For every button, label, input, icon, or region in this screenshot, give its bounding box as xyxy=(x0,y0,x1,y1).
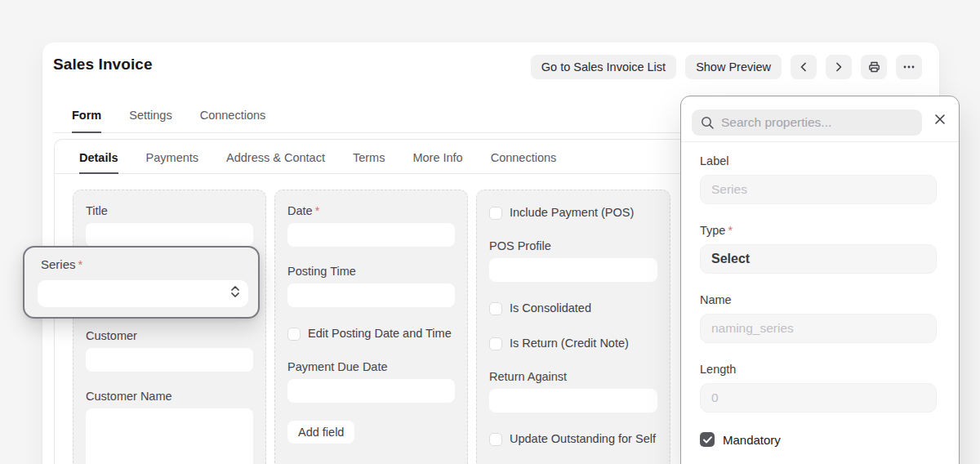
tab-form[interactable]: Form xyxy=(72,109,101,133)
search-properties-input[interactable] xyxy=(692,109,922,136)
is-consolidated-label: Is Consolidated xyxy=(510,300,591,317)
name-property-input[interactable]: naming_series xyxy=(700,314,937,343)
is-consolidated-checkbox[interactable] xyxy=(489,302,502,315)
payment-due-date-label: Payment Due Date xyxy=(287,360,455,373)
dragged-series-field[interactable]: Series* xyxy=(23,246,260,319)
customer-name-label: Customer Name xyxy=(86,390,253,403)
required-marker: * xyxy=(78,257,83,271)
return-against-input[interactable] xyxy=(489,389,657,413)
field-include-payment: Include Payment (POS) xyxy=(489,204,657,221)
field-customer: Customer xyxy=(86,329,253,372)
posting-time-label: Posting Time xyxy=(287,265,455,278)
title-input[interactable] xyxy=(86,223,253,247)
customer-label: Customer xyxy=(86,329,253,342)
next-button[interactable] xyxy=(826,55,852,79)
customer-name-input[interactable] xyxy=(86,408,253,464)
chevron-left-icon xyxy=(798,61,809,73)
is-return-label: Is Return (Credit Note) xyxy=(510,335,629,352)
printer-icon xyxy=(867,60,881,74)
tab-more-info[interactable]: More Info xyxy=(412,151,462,173)
type-property-label: Type* xyxy=(700,224,937,237)
properties-panel: Label Series Type* Select Name naming_se… xyxy=(680,96,960,464)
posting-time-input[interactable] xyxy=(287,283,455,307)
include-payment-checkbox[interactable] xyxy=(489,207,502,220)
length-property-label: Length xyxy=(700,363,937,376)
close-panel-button[interactable] xyxy=(932,112,948,128)
length-property-input[interactable]: 0 xyxy=(700,383,937,413)
field-return-against: Return Against xyxy=(489,370,657,413)
column-1: Title Customer Customer Name xyxy=(73,190,266,464)
add-field-button[interactable]: Add field xyxy=(287,421,354,444)
tab-connections-section[interactable]: Connections xyxy=(491,151,557,173)
title-label: Title xyxy=(86,204,253,217)
date-label: Date* xyxy=(287,204,455,217)
tab-terms[interactable]: Terms xyxy=(353,151,385,173)
field-is-consolidated: Is Consolidated xyxy=(489,300,657,317)
property-name: Name naming_series xyxy=(700,293,937,343)
date-input[interactable] xyxy=(287,223,455,247)
payment-due-date-input[interactable] xyxy=(287,379,455,403)
column-3: Include Payment (POS) POS Profile Is Con… xyxy=(476,190,670,464)
return-against-label: Return Against xyxy=(489,370,657,383)
go-to-sales-invoice-list-button[interactable]: Go to Sales Invoice List xyxy=(531,55,676,79)
field-payment-due-date: Payment Due Date xyxy=(287,360,455,403)
edit-posting-datetime-label: Edit Posting Date and Time xyxy=(308,325,452,342)
include-payment-label: Include Payment (POS) xyxy=(510,204,634,221)
field-edit-posting-datetime: Edit Posting Date and Time xyxy=(287,325,455,342)
property-length: Length 0 xyxy=(700,363,937,413)
field-pos-profile: POS Profile xyxy=(489,239,657,282)
field-update-outstanding: Update Outstanding for Self xyxy=(489,431,657,448)
select-spinner-icon xyxy=(231,286,239,297)
pos-profile-label: POS Profile xyxy=(489,239,657,252)
field-columns: Title Customer Customer Name Date* xyxy=(73,190,670,464)
more-options-button[interactable] xyxy=(896,55,922,79)
ellipsis-icon xyxy=(903,65,915,69)
name-property-label: Name xyxy=(700,293,937,306)
print-button[interactable] xyxy=(861,55,887,79)
checkmark-icon xyxy=(703,434,712,446)
tab-payments[interactable]: Payments xyxy=(146,151,198,173)
edit-posting-datetime-checkbox[interactable] xyxy=(287,328,301,341)
field-posting-time: Posting Time xyxy=(287,265,455,307)
series-label: Series* xyxy=(41,257,82,271)
mandatory-checkbox[interactable] xyxy=(700,432,715,447)
properties-search-row xyxy=(681,96,959,142)
show-preview-button[interactable]: Show Preview xyxy=(685,55,782,79)
close-icon xyxy=(933,116,947,128)
tab-settings[interactable]: Settings xyxy=(129,109,172,132)
update-outstanding-checkbox[interactable] xyxy=(489,433,502,446)
label-property-label: Label xyxy=(700,154,937,167)
field-customer-name: Customer Name xyxy=(86,390,253,464)
tab-connections[interactable]: Connections xyxy=(200,109,266,132)
update-outstanding-label: Update Outstanding for Self xyxy=(510,431,656,448)
chevron-right-icon xyxy=(833,61,844,73)
property-type: Type* Select xyxy=(700,224,937,274)
required-marker: * xyxy=(728,224,733,237)
header-actions: Go to Sales Invoice List Show Preview xyxy=(531,55,922,79)
prev-button[interactable] xyxy=(791,55,817,79)
properties-body: Label Series Type* Select Name naming_se… xyxy=(681,142,959,464)
pos-profile-input[interactable] xyxy=(489,258,657,282)
field-title: Title xyxy=(86,204,253,247)
type-property-select[interactable]: Select xyxy=(700,244,937,274)
customer-input[interactable] xyxy=(86,348,253,372)
required-marker: * xyxy=(315,204,320,217)
tab-address-contact[interactable]: Address & Contact xyxy=(226,151,325,173)
column-2: Date* Posting Time Edit Posting Date and… xyxy=(274,190,468,464)
mandatory-label: Mandatory xyxy=(723,433,781,447)
page-title: Sales Invoice xyxy=(53,56,153,74)
is-return-checkbox[interactable] xyxy=(489,337,502,350)
field-is-return: Is Return (Credit Note) xyxy=(489,335,657,352)
tab-details[interactable]: Details xyxy=(79,151,118,174)
label-property-input[interactable]: Series xyxy=(700,175,937,204)
property-mandatory: Mandatory xyxy=(700,432,937,447)
property-label: Label Series xyxy=(700,154,937,204)
field-date: Date* xyxy=(287,204,455,247)
series-select[interactable] xyxy=(38,280,248,307)
